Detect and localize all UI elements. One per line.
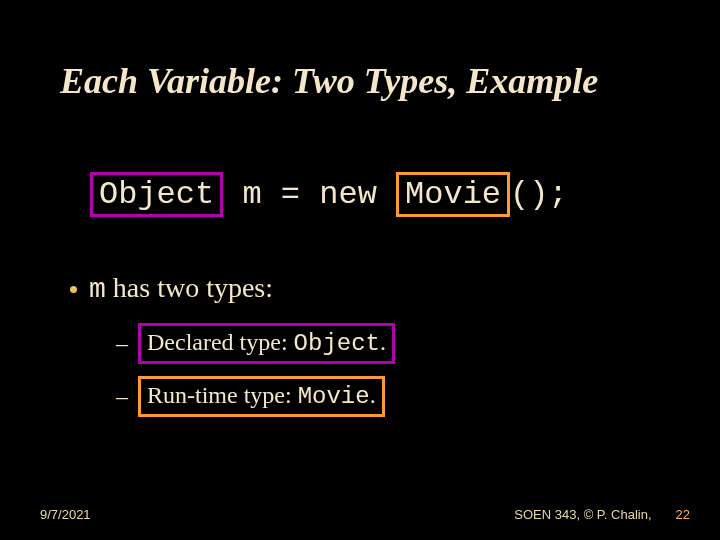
footer-course: SOEN 343, © P. Chalin, [514,507,651,522]
runtime-post: . [370,382,376,408]
sub-bullet-runtime: – Run-time type: Movie. [116,376,660,417]
bullet-rest: has two types: [106,272,273,303]
variable-m: m [89,274,106,305]
declared-type-line: Declared type: Object. [138,323,395,364]
bullet-icon [70,286,77,293]
slide-title: Each Variable: Two Types, Example [60,60,660,102]
declared-pre: Declared type: [147,329,294,355]
bullet-item: m has two types: [70,272,660,305]
footer-date: 9/7/2021 [40,507,91,522]
runtime-pre: Run-time type: [147,382,298,408]
slide-footer: 9/7/2021 SOEN 343, © P. Chalin, 22 [0,507,720,522]
dash-icon: – [116,330,128,357]
declared-post: . [380,329,386,355]
runtime-type-line: Run-time type: Movie. [138,376,385,417]
slide: Each Variable: Two Types, Example Object… [0,0,720,540]
declared-type-box: Object [90,172,223,217]
bullet-text: m has two types: [89,272,273,305]
runtime-value: Movie [298,383,370,410]
declared-value: Object [294,330,380,357]
dash-icon: – [116,383,128,410]
code-text-mid: m = new [223,176,396,213]
code-example-line: Object m = new Movie(); [90,172,660,217]
code-text-tail: (); [510,176,568,213]
sub-bullet-declared: – Declared type: Object. [116,323,660,364]
footer-page-number: 22 [676,507,690,522]
runtime-type-box: Movie [396,172,510,217]
